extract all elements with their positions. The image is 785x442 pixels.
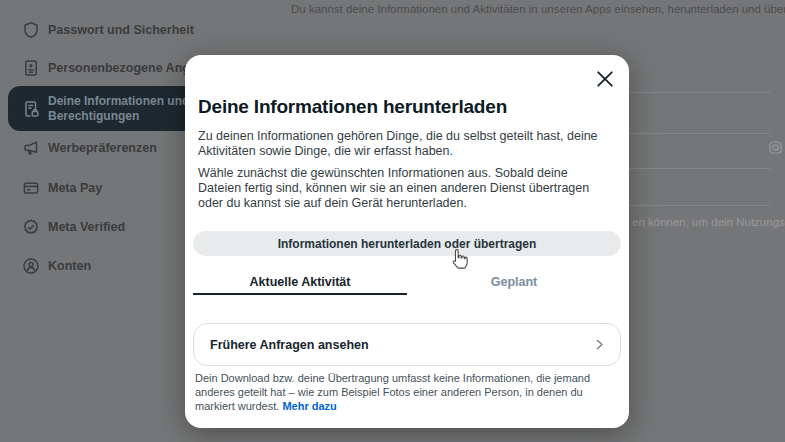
download-information-modal: Deine Informationen herunterladen Zu dei… <box>185 55 629 428</box>
sidebar-item-label: Passwort und Sicherheit <box>48 23 194 37</box>
learn-more-link[interactable]: Mehr dazu <box>282 399 336 413</box>
modal-description-2: Wähle zunächst die gewünschten Informati… <box>198 166 614 211</box>
hand-cursor <box>450 248 469 271</box>
id-card-icon <box>22 59 40 77</box>
page-intro-text: Du kannst deine Informationen und Aktivi… <box>291 3 785 15</box>
document-lock-icon <box>22 100 40 118</box>
activity-tabs: Aktuelle Aktivität Geplant <box>193 271 621 295</box>
sidebar-item-password-security[interactable]: Passwort und Sicherheit <box>0 10 280 50</box>
verified-badge-icon <box>22 218 40 236</box>
sidebar-item-label: Konten <box>48 259 91 273</box>
previous-requests-label: Frühere Anfragen ansehen <box>210 338 369 352</box>
sidebar-item-label: Werbepräferenzen <box>48 141 157 155</box>
background-row-text-fragment: en können, um dein Nutzungserl <box>632 216 785 228</box>
tab-scheduled[interactable]: Geplant <box>407 271 621 295</box>
modal-description-1: Zu deinen Informationen gehören Dinge, d… <box>198 129 614 159</box>
modal-title: Deine Informationen herunterladen <box>198 96 616 118</box>
person-circle-icon <box>22 257 40 275</box>
modal-footer: Dein Download bzw. deine Übertragung umf… <box>195 371 621 413</box>
credit-card-icon <box>22 179 40 197</box>
previous-requests-row[interactable]: Frühere Anfragen ansehen <box>193 323 621 366</box>
modal-footer-text: Dein Download bzw. deine Übertragung umf… <box>195 372 590 412</box>
instagram-icon <box>769 141 782 154</box>
shield-icon <box>22 21 40 39</box>
sidebar-item-label: Meta Pay <box>48 181 102 195</box>
sidebar-item-label: Deine Informationen und Berechtigungen <box>48 94 190 122</box>
download-or-transfer-button[interactable]: Informationen herunterladen oder übertra… <box>193 231 621 256</box>
close-icon[interactable] <box>594 68 616 90</box>
accounts-center-screen: Passwort und Sicherheit Personenbezogene… <box>0 0 785 442</box>
chevron-right-icon <box>593 338 606 351</box>
tab-current-activity[interactable]: Aktuelle Aktivität <box>193 271 407 295</box>
megaphone-icon <box>22 139 40 157</box>
sidebar-item-label: Meta Verified <box>48 220 125 234</box>
